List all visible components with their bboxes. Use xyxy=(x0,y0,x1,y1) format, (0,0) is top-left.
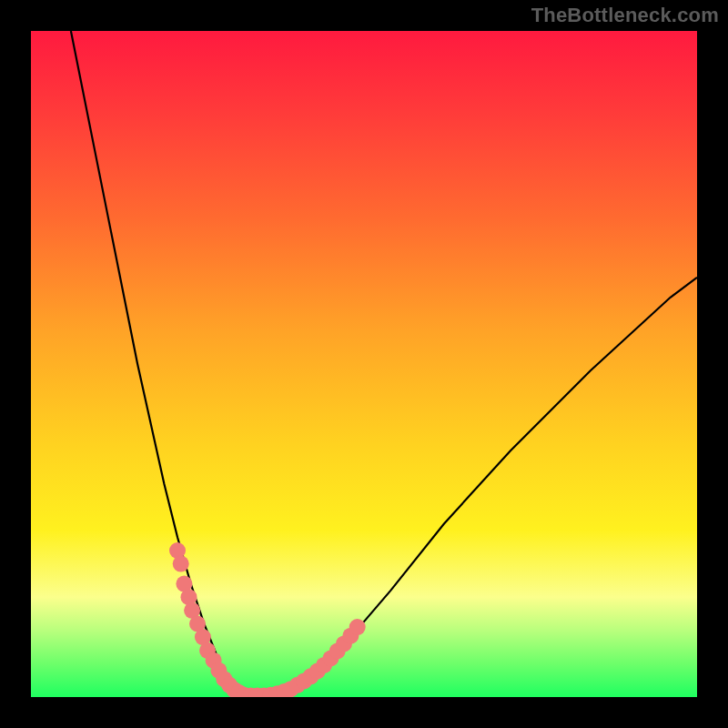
marker-dot xyxy=(349,619,366,635)
marker-dot xyxy=(173,556,189,572)
bottleneck-curve xyxy=(71,31,697,697)
plot-area xyxy=(31,31,697,697)
watermark-text: TheBottleneck.com xyxy=(531,4,719,27)
curve-svg xyxy=(31,31,697,697)
chart-frame: TheBottleneck.com xyxy=(0,0,728,728)
marker-group xyxy=(169,542,366,697)
